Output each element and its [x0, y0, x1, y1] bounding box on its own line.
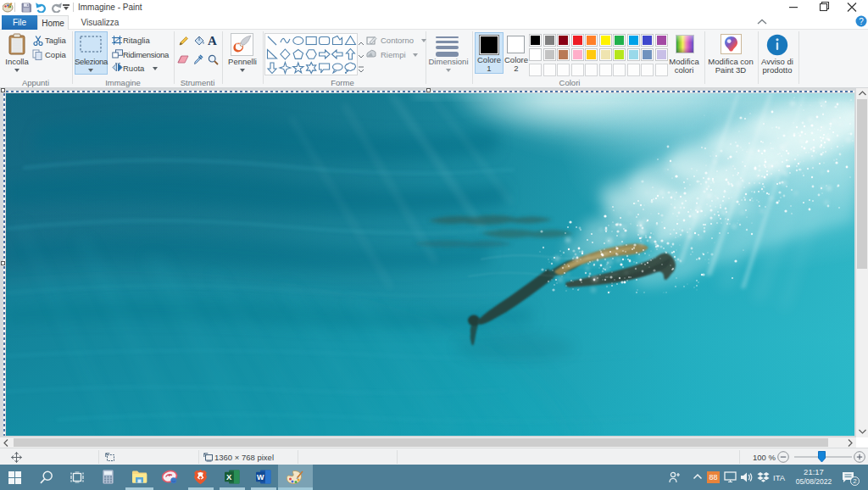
svg-text:X: X [226, 472, 232, 482]
svg-text:W: W [257, 473, 264, 482]
svg-text:?: ? [859, 17, 864, 26]
